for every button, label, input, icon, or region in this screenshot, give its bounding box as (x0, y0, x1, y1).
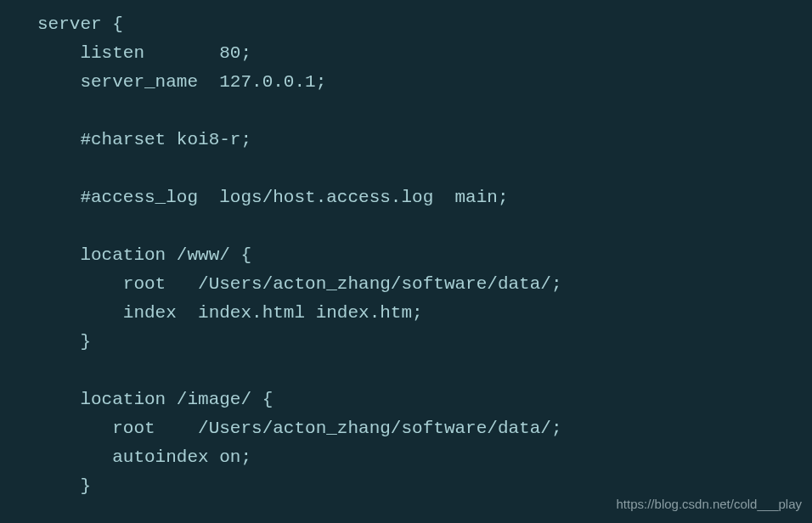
code-line: #access_log logs/host.access.log main; (37, 188, 509, 207)
code-line: root /Users/acton_zhang/software/data/; (37, 419, 562, 438)
code-line: #charset koi8-r; (37, 130, 251, 149)
code-block: server { listen 80; server_name 127.0.0.… (37, 10, 812, 501)
code-line: listen 80; (37, 43, 251, 63)
code-line: root /Users/acton_zhang/software/data/; (37, 274, 562, 294)
code-line: location /www/ { (37, 245, 251, 265)
code-line: index index.html index.htm; (37, 303, 423, 323)
code-line: autoindex on; (37, 447, 251, 467)
code-line: } (37, 476, 91, 496)
code-line: server { (37, 14, 123, 34)
watermark-text: https://blog.csdn.net/cold___play (617, 494, 802, 515)
code-line: server_name 127.0.0.1; (37, 72, 326, 92)
code-line: location /image/ { (37, 390, 273, 409)
code-line: } (37, 332, 91, 351)
